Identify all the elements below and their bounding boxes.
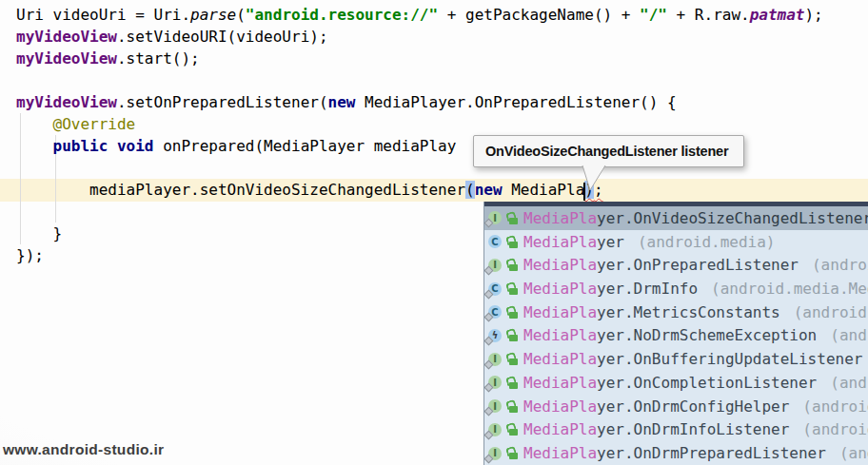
interface-icon: I [488,211,502,224]
code-line[interactable]: @Override [16,113,823,135]
interface-icon: I [488,423,502,436]
public-padlock-icon [506,235,519,249]
interface-icon: I [488,447,502,460]
code-token: }); [16,246,44,264]
code-token: @Override [53,115,136,133]
completion-item-package: (android.media) [839,444,868,462]
public-padlock-icon [506,422,519,436]
code-token: Uri videoUri = Uri. [16,6,190,24]
code-token: new [328,93,356,111]
completion-item[interactable]: IMediaPlayer.OnBufferingUpdateListener(a… [484,347,868,371]
completion-item[interactable]: IMediaPlayer.OnDrmInfoListener(android.m… [484,417,868,441]
public-padlock-icon [506,376,519,390]
completion-item[interactable]: IMediaPlayer.OnVideoSizeChangedListener [484,206,868,230]
code-line[interactable]: mediaPlayer.setOnVideoSizeChangedListene… [16,179,823,201]
code-token: } [16,224,62,242]
code-token: ( [236,6,246,24]
completion-item[interactable]: IMediaPlayer.OnDrmPreparedListener(andro… [484,441,868,465]
static-mark-icon [484,454,493,463]
interface-icon: I [488,259,502,272]
code-token: myVideoView [16,28,117,46]
code-token [16,137,53,155]
code-line[interactable]: myVideoView.setVideoURI(videoUri); [16,26,823,48]
code-token: "/" [640,6,667,24]
code-token: parse [190,6,236,24]
completion-item-name: MediaPlayer.OnPreparedListener [523,256,799,274]
code-line[interactable]: myVideoView.setOnPreparedListener(new Me… [16,91,823,113]
tooltip-tail-icon [581,165,609,192]
completion-item[interactable]: CMediaPlayer.DrmInfo(android.media.Media… [484,277,868,300]
code-token: public [53,137,108,155]
class-icon: C [488,282,502,296]
static-mark-icon [484,407,493,417]
completion-item-package: (android.media) [812,256,868,274]
static-mark-icon [484,337,493,346]
completion-item-name: MediaPlayer.NoDrmSchemeException [523,326,817,344]
code-token: new [475,181,503,199]
exception-icon: ϟ [488,329,502,342]
code-line[interactable]: myVideoView.start(); [16,48,823,69]
completion-item[interactable]: CMediaPlayer(android.media) [484,230,868,254]
code-line[interactable] [16,69,823,91]
public-padlock-icon [506,399,519,414]
completion-item-name: MediaPlayer.OnDrmPreparedListener [523,444,826,462]
completion-item-package: (android.media) [802,397,868,416]
completion-item-name: MediaPlayer.OnCompletionListener [523,374,817,392]
completion-item-name: MediaPlayer.OnBufferingUpdateListener [523,350,862,368]
static-mark-icon [484,313,493,322]
code-token: onPrepared(MediaPlayer mediaPlay [154,137,457,155]
interface-icon: I [488,376,502,389]
code-token: patmat [750,6,805,24]
completion-item-package: (android.media) [830,374,868,392]
code-token: myVideoView [16,93,117,111]
code-token: void [117,137,154,155]
public-padlock-icon [506,211,519,225]
static-mark-icon [484,430,493,439]
interface-icon: I [488,399,502,413]
watermark: www.android-studio.ir [3,441,164,458]
completion-item-name: MediaPlayer.OnVideoSizeChangedListener [523,209,868,227]
public-padlock-icon [506,328,519,342]
completion-item-name: MediaPlayer.OnDrmConfigHelper [523,397,789,416]
completion-item[interactable]: IMediaPlayer.OnCompletionListener(androi… [484,371,868,395]
code-token: ); [804,6,822,24]
static-mark-icon [484,219,493,228]
code-token: myVideoView [16,49,117,68]
completion-item-package: (android.media.MediaPlayer) [711,280,868,298]
code-token: + getPackageName() + [438,6,640,24]
static-mark-icon [484,265,493,275]
completion-item-name: MediaPlayer.MetricsConstants [523,303,780,321]
android-studio-editor: Uri videoUri = Uri.parse("android.resour… [0,0,868,465]
completion-item[interactable]: CMediaPlayer.MetricsConstants(android.me… [484,300,868,324]
completion-item[interactable]: IMediaPlayer.OnDrmConfigHelper(android.m… [484,395,868,418]
static-mark-icon [484,289,493,299]
public-padlock-icon [506,281,519,296]
public-padlock-icon [506,305,519,320]
code-token: ( [465,181,475,199]
code-token: .start(); [117,49,200,68]
static-mark-icon [484,359,493,369]
interface-icon: I [488,353,502,366]
completion-item[interactable]: IMediaPlayer.OnPreparedListener(android.… [484,253,868,277]
code-token [16,115,53,133]
completion-item-name: MediaPlayer [523,233,624,251]
completion-item-package: (android.media) [638,233,776,251]
code-token: MediaPla [503,181,585,199]
code-token: mediaPlayer.setOnVideoSizeChangedListene… [16,181,465,199]
completion-item-package: (android.media.MediaPlayer) [830,326,868,344]
parameter-hint-tooltip: OnVideoSizeChangedListener listener [473,135,744,167]
code-token [108,137,117,155]
completion-popup: IMediaPlayer.OnVideoSizeChangedListenerC… [483,202,868,465]
completion-popup-list[interactable]: IMediaPlayer.OnVideoSizeChangedListenerC… [484,206,868,465]
code-token: .setOnPreparedListener( [117,93,328,111]
public-padlock-icon [506,446,519,460]
code-token: "android.resource://" [246,6,438,24]
completion-item-package: (android.media.MediaPlayer) [794,303,868,321]
static-mark-icon [484,383,493,393]
completion-item-name: MediaPlayer.DrmInfo [523,280,698,298]
completion-item[interactable]: ϟMediaPlayer.NoDrmSchemeException(androi… [484,324,868,348]
completion-item-name: MediaPlayer.OnDrmInfoListener [523,420,789,438]
code-line[interactable]: Uri videoUri = Uri.parse("android.resour… [16,4,823,26]
code-token: + R.raw. [667,6,750,24]
class-icon: C [488,235,502,248]
